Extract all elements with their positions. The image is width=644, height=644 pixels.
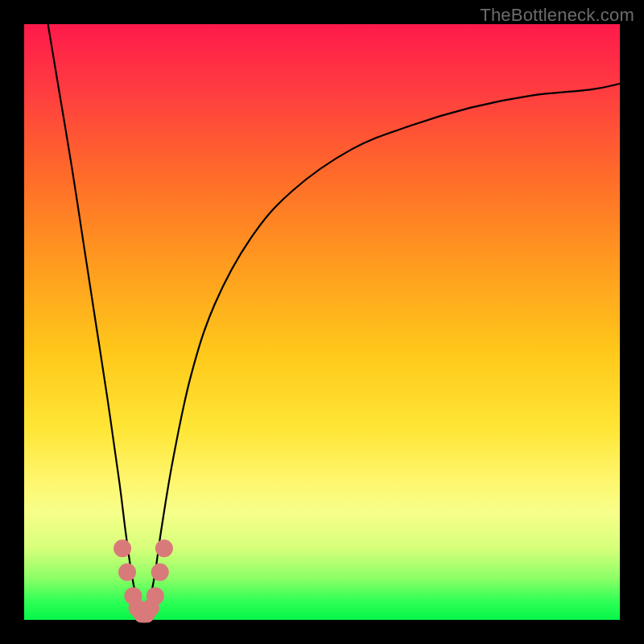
- bottleneck-curve-svg: [24, 24, 620, 620]
- valley-markers: [114, 539, 173, 622]
- gradient-plot-area: [24, 24, 620, 620]
- valley-marker: [118, 564, 136, 581]
- valley-marker: [147, 587, 164, 605]
- valley-marker: [114, 539, 131, 557]
- bottleneck-curve: [48, 24, 620, 614]
- watermark-text: TheBottleneck.com: [480, 5, 634, 26]
- valley-marker: [151, 564, 169, 581]
- valley-marker: [155, 539, 173, 557]
